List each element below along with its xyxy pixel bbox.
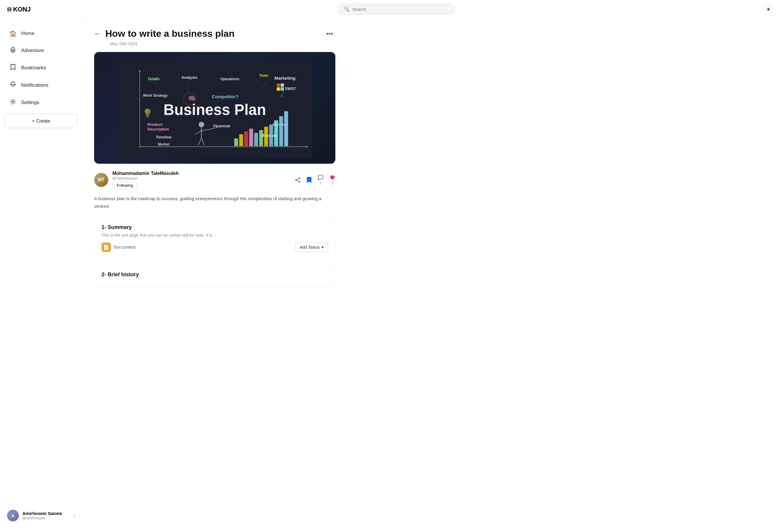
section-1-preview: This is the one page that you can be cer… — [101, 233, 328, 237]
svg-text:Marketing: Marketing — [275, 76, 295, 81]
sidebar-item-label: Notifications — [21, 82, 48, 88]
svg-rect-38 — [274, 121, 278, 146]
section-1-meta: 📄 Text content Add Status ▾ — [101, 242, 328, 252]
sidebar-item-label: Bookmarks — [21, 65, 46, 71]
logo-icon: ⊟ — [7, 6, 11, 13]
author-handle: @Talemasuleh — [112, 176, 291, 180]
svg-text:Analysis: Analysis — [181, 75, 197, 80]
svg-text:Operations: Operations — [220, 77, 240, 81]
heart-group: 2 — [329, 175, 335, 185]
business-plan-diagram: Business Plan Goals Analysis Operations … — [100, 58, 329, 158]
svg-line-57 — [296, 180, 299, 181]
sidebar-item-label: Adventure — [21, 48, 44, 53]
search-icon: 🔍 — [344, 6, 350, 12]
avatar: A — [7, 509, 19, 521]
svg-text:Team: Team — [259, 74, 268, 78]
section-1-title: 1- Summary — [101, 224, 328, 230]
svg-point-41 — [199, 122, 204, 127]
svg-text:🧠: 🧠 — [188, 95, 196, 102]
search-input[interactable] — [352, 7, 449, 12]
comment-button[interactable] — [318, 175, 324, 180]
svg-rect-34 — [254, 133, 258, 146]
hero-image: Business Plan Goals Analysis Operations … — [94, 52, 335, 164]
svg-line-56 — [296, 178, 299, 180]
topbar: ⊟ KONJ 🔍 ☀ — [0, 0, 781, 19]
author-avatar: MT — [94, 173, 108, 187]
svg-text:Product: Product — [148, 122, 162, 127]
svg-rect-37 — [269, 125, 273, 146]
svg-rect-30 — [234, 138, 238, 146]
share-button[interactable] — [295, 177, 301, 183]
sidebar-nav: 🏠 Home Adventure Bookmarks — [5, 26, 77, 112]
heart-button[interactable] — [329, 175, 335, 180]
settings-icon — [9, 98, 16, 106]
svg-text:Work Strategy: Work Strategy — [143, 93, 167, 98]
logo: ⊟ KONJ — [7, 6, 31, 13]
svg-rect-16 — [281, 84, 284, 87]
back-button[interactable]: ← — [94, 30, 100, 38]
bookmark-button[interactable] — [306, 177, 312, 183]
author-info: Mohammadamin TaleMasuleh @Talemasuleh Fo… — [112, 171, 291, 189]
article-date: May 29th 2024 — [110, 41, 335, 46]
create-button[interactable]: + Create — [5, 114, 77, 128]
bookmark-icon — [9, 64, 16, 72]
article-header: ← How to write a business plan ••• — [94, 28, 335, 39]
svg-rect-35 — [259, 130, 263, 146]
more-options-button[interactable]: ••• — [324, 29, 335, 39]
svg-text:Competitor?: Competitor? — [212, 94, 239, 99]
home-icon: 🏠 — [9, 30, 16, 37]
sidebar: 🏠 Home Adventure Bookmarks — [0, 19, 82, 532]
comment-count: 1 — [320, 181, 322, 185]
user-profile[interactable]: A Amirhosein Saneie @amirhosein › — [5, 506, 77, 525]
article-body: A business plan is the roadmap to succes… — [94, 195, 335, 210]
sidebar-item-adventure[interactable]: Adventure — [5, 42, 77, 58]
svg-point-54 — [295, 179, 296, 180]
sidebar-item-label: Home — [21, 31, 34, 37]
article-title: How to write a business plan — [105, 28, 319, 39]
svg-text:Goals: Goals — [148, 77, 159, 81]
action-icons: 1 2 — [295, 175, 335, 185]
logo-text: KONJ — [13, 6, 31, 13]
content-type-label: Text content — [113, 245, 136, 250]
svg-rect-31 — [239, 134, 243, 146]
svg-rect-36 — [264, 127, 268, 146]
svg-point-1 — [12, 101, 14, 102]
add-status-button[interactable]: Add Status ▾ — [295, 242, 328, 252]
svg-point-0 — [12, 50, 14, 51]
dropdown-icon: ▾ — [322, 245, 324, 250]
chalk-board-diagram: Business Plan Goals Analysis Operations … — [94, 52, 335, 164]
svg-point-55 — [299, 181, 300, 182]
svg-rect-39 — [279, 116, 283, 146]
author-name: Mohammadamin TaleMasuleh — [112, 171, 291, 176]
sidebar-item-notifications[interactable]: Notifications — [5, 77, 77, 93]
notification-icon — [9, 81, 16, 89]
search-bar[interactable]: 🔍 — [338, 4, 455, 15]
heart-count: 2 — [331, 181, 334, 185]
svg-text:Business Plan: Business Plan — [164, 101, 266, 118]
svg-rect-32 — [244, 131, 248, 146]
svg-text:SWOT: SWOT — [285, 87, 296, 91]
svg-rect-40 — [284, 111, 288, 146]
adventure-icon — [9, 46, 16, 54]
main-content: ← How to write a business plan ••• May 2… — [82, 19, 347, 532]
sidebar-item-label: Settings — [21, 100, 39, 105]
svg-text:Market: Market — [158, 142, 169, 146]
svg-point-53 — [299, 178, 300, 179]
following-button[interactable]: Following — [112, 182, 137, 189]
user-handle: @amirhosein — [23, 516, 62, 520]
section-2-title: 2- Brief history — [101, 272, 328, 278]
sidebar-item-settings[interactable]: Settings — [5, 94, 77, 110]
user-info: Amirhosein Saneie @amirhosein — [23, 511, 62, 520]
sidebar-item-bookmarks[interactable]: Bookmarks — [5, 60, 77, 76]
author-row: MT Mohammadamin TaleMasuleh @Talemasuleh… — [94, 171, 335, 189]
content-type-icon: 📄 — [101, 242, 111, 252]
svg-text:💡: 💡 — [142, 108, 153, 119]
svg-text:Description: Description — [148, 127, 169, 131]
comment-group: 1 — [318, 175, 324, 185]
section-card-2: 2- Brief history — [94, 264, 335, 287]
svg-rect-15 — [277, 84, 280, 87]
theme-toggle-button[interactable]: ☀ — [763, 4, 774, 15]
sidebar-item-home[interactable]: 🏠 Home — [5, 26, 77, 41]
chevron-right-icon: › — [74, 513, 75, 518]
user-name: Amirhosein Saneie — [23, 511, 62, 516]
